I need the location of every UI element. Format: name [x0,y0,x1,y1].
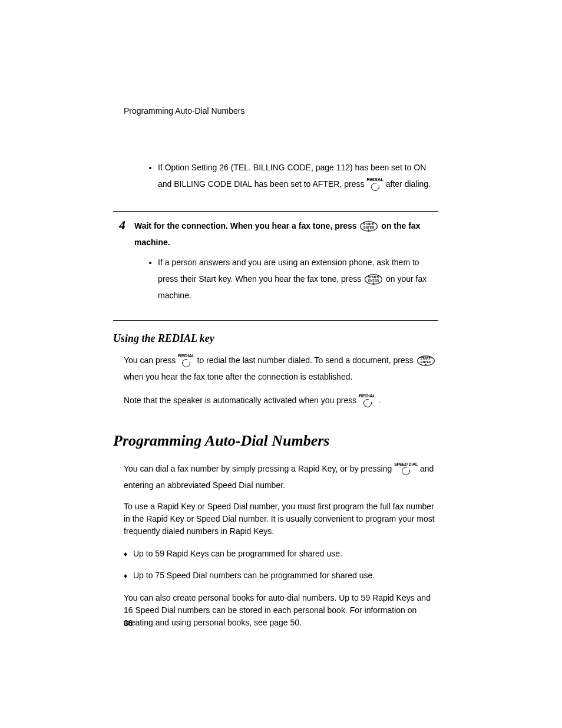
note-option-26-item: If Option Setting 26 (TEL. BILLING CODE,… [158,159,432,192]
redial-p1-b: to redial the last number dialed. To sen… [197,355,416,365]
redial-key-icon: REDIAL [178,354,195,368]
main-p3: You can also create personal books for a… [124,592,438,629]
svg-point-11 [425,364,426,365]
running-header: Programming Auto-Dial Numbers [124,106,438,116]
redial-p1-a: You can press [124,355,178,365]
step-4-lead-a: Wait for the connection. When you hear a… [134,221,359,230]
redial-p2-a: Note that the speaker is automatically a… [124,396,359,405]
svg-text:ENTER: ENTER [420,360,431,364]
main-p2: To use a Rapid Key or Speed Dial number,… [124,500,438,538]
main-p1-a: You can dial a fax number by simply pres… [124,464,394,473]
redial-key-icon: REDIAL [359,394,376,409]
start-enter-key-icon: START/ ENTER [363,274,384,285]
heading-using-redial: Using the REDIAL key [113,332,438,345]
note-option-26: If Option Setting 26 (TEL. BILLING CODE,… [113,151,438,203]
step-4-number: 4 [119,218,134,233]
page-number: 36 [124,618,133,628]
redial-p1-c: when you hear the fax tone after the con… [124,372,352,381]
svg-point-3 [368,230,369,231]
svg-text:ENTER: ENTER [368,279,379,282]
bullet-speed-dial: Up to 75 Speed Dial numbers can be progr… [133,566,438,585]
start-enter-key-icon: START/ ENTER [416,355,436,366]
manual-page: Programming Auto-Dial Numbers If Option … [0,0,562,728]
bullet-rapid-keys: Up to 59 Rapid Keys can be programmed fo… [133,545,438,563]
redial-p2-b: . [378,396,381,405]
step-4-sub-item: If a person answers and you are using an… [158,254,432,304]
redial-body: You can press REDIAL to redial the last … [124,352,438,409]
note-text-b: after dialing. [386,179,431,189]
redial-key-icon: REDIAL [366,177,384,192]
svg-point-7 [373,283,374,284]
speed-dial-key-icon: SPEED DIAL [394,462,418,476]
step-4: 4 Wait for the connection. When you hear… [113,211,438,321]
start-enter-key-icon: START/ ENTER [359,221,379,232]
heading-programming-auto-dial: Programming Auto-Dial Numbers [113,432,438,450]
main-body: You can dial a fax number by simply pres… [124,460,438,629]
svg-text:ENTER: ENTER [363,226,374,229]
